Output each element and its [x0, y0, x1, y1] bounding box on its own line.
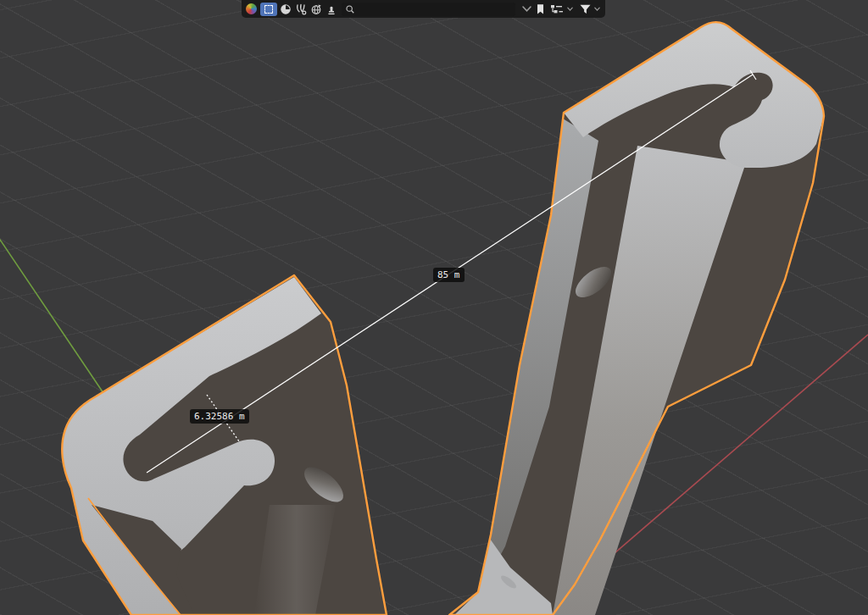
- bookmark-button[interactable]: [533, 2, 548, 16]
- orientation-globe-tool-button[interactable]: [309, 2, 323, 16]
- blender-3d-viewport[interactable]: 85 m 6.32586 m: [0, 0, 868, 615]
- measure-label-segment: 6.32586 m: [190, 409, 249, 424]
- viewport-scene[interactable]: [0, 0, 868, 615]
- measure-label-total: 85 m: [433, 268, 465, 282]
- bracket-object-left[interactable]: [62, 275, 387, 615]
- claw-tool-button[interactable]: [293, 2, 308, 16]
- search-field[interactable]: [342, 3, 515, 16]
- search-icon: [345, 4, 355, 14]
- display-mode-button[interactable]: [548, 2, 565, 16]
- stamp-tool-button[interactable]: [324, 2, 338, 16]
- axis-y-green: [0, 227, 103, 393]
- bracket-object-right[interactable]: [449, 22, 824, 615]
- filter-chevron-icon[interactable]: [593, 5, 601, 13]
- search-input[interactable]: [355, 3, 512, 15]
- display-mode-chevron-icon[interactable]: [566, 5, 574, 13]
- filter-icon: [579, 3, 592, 15]
- filter-button[interactable]: [578, 2, 593, 16]
- select-box-tool-button[interactable]: [260, 3, 277, 16]
- orientation-globe-icon: [310, 3, 322, 15]
- bookmark-icon: [535, 3, 546, 15]
- mode-ball-icon[interactable]: [246, 3, 257, 14]
- viewport-header-toolbar: [242, 0, 605, 18]
- select-box-icon: [264, 5, 273, 14]
- pie-segments-icon: [280, 3, 292, 15]
- pie-segments-tool-button[interactable]: [278, 2, 292, 16]
- collapse-chevron-icon[interactable]: [521, 4, 532, 14]
- claw-icon: [295, 3, 307, 15]
- display-mode-icon: [550, 3, 564, 15]
- stamp-icon: [326, 3, 337, 15]
